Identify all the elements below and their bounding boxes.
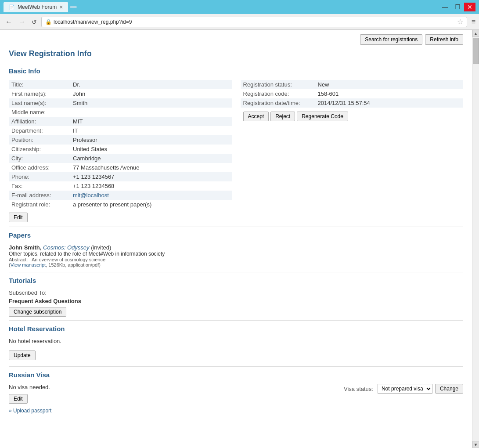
field-label: Registrant role: (9, 200, 70, 209)
scroll-up-button[interactable]: ▲ (472, 30, 479, 37)
basic-info-edit-button[interactable]: Edit (9, 213, 28, 222)
field-label: Affiliation: (9, 117, 70, 126)
table-row: City:Cambridge (9, 154, 232, 163)
upload-passport-row: » Upload passport (9, 407, 463, 414)
personal-info-table: Title:Dr. First name(s):John Last name(s… (9, 80, 232, 209)
field-label: Middle name: (9, 108, 70, 117)
change-subscription-button[interactable]: Change subscription (9, 307, 66, 317)
bookmark-icon[interactable]: ☆ (457, 18, 463, 26)
visa-section-title: Russian Visa (9, 371, 463, 379)
email-link[interactable]: mit@localhost (73, 192, 109, 199)
paper-invited-status: (invited) (91, 244, 111, 251)
registration-status-panel: Registration status:New Registration cod… (241, 80, 464, 222)
papers-section: John Smith, Cosmos: Odyssey (invited) Ot… (9, 244, 463, 267)
visa-right: Visa status: Not prepared visa Prepared … (344, 384, 463, 394)
field-value: John (70, 89, 232, 98)
field-value: +1 123 1234568 (70, 181, 232, 191)
scroll-thumb[interactable] (473, 38, 479, 64)
scroll-down-button[interactable]: ▼ (472, 441, 479, 448)
view-manuscript-link[interactable]: View manuscript (11, 262, 46, 267)
vertical-scrollbar[interactable]: ▲ ▼ (472, 30, 479, 448)
field-value: a presenter to present paper(s) (70, 200, 232, 209)
browser-menu-icon[interactable]: ≡ (472, 18, 475, 26)
field-label: Citizenship: (9, 145, 70, 154)
field-label: City: (9, 154, 70, 163)
browser-tab[interactable]: 📄 MeetWeb Forum × (4, 2, 68, 12)
regenerate-code-button[interactable]: Regenerate Code (297, 112, 348, 121)
field-value: Dr. (70, 80, 232, 89)
close-tab-button[interactable]: × (59, 4, 63, 11)
field-label: Registration code: (241, 89, 315, 98)
paper-manuscript-link-row: (View manuscript, 1526Kb, application/pd… (9, 262, 463, 267)
paper-authors: John Smith, Cosmos: Odyssey (invited) (9, 244, 463, 251)
visa-section: No visa needed. Edit Visa status: Not pr… (9, 384, 463, 414)
table-row: Fax:+1 123 1234568 (9, 181, 232, 191)
table-row: Title:Dr. (9, 80, 232, 89)
new-tab-button[interactable] (70, 6, 77, 8)
table-row: Position:Professor (9, 135, 232, 145)
tab-icon: 📄 (9, 4, 15, 10)
hotel-section: No hotel reservation. Update (9, 338, 463, 363)
page-title: View Registration Info (9, 49, 463, 58)
minimize-button[interactable]: — (439, 3, 451, 11)
paper-entry: John Smith, Cosmos: Odyssey (invited) Ot… (9, 244, 463, 267)
visa-change-button[interactable]: Change (435, 384, 463, 394)
visa-edit-button[interactable]: Edit (9, 394, 28, 404)
search-registrations-button[interactable]: Search for registations (360, 34, 422, 45)
field-value: IT (70, 126, 232, 135)
visa-status-select[interactable]: Not prepared visa Prepared visa Issued (378, 384, 432, 394)
registration-action-buttons: Accept Reject Regenerate Code (241, 110, 464, 123)
refresh-info-button[interactable]: Refresh info (425, 34, 463, 45)
back-button[interactable]: ← (4, 17, 14, 27)
field-value: Cambridge (70, 154, 232, 163)
paper-topics: Other topics, related to the role of Mee… (9, 251, 463, 257)
table-row: Office address:77 Massachusetts Avenue (9, 163, 232, 172)
subscribed-item: Frequent Asked Questions (9, 298, 463, 304)
no-hotel-text: No hotel reservation. (9, 338, 463, 344)
table-row: Phone:+1 123 1234567 (9, 172, 232, 181)
accept-button[interactable]: Accept (243, 112, 269, 121)
paper-abstract: Abstract: An overview of cosmology scien… (9, 257, 463, 262)
page-header-actions: Search for registations Refresh info (9, 34, 463, 45)
field-value: 77 Massachusetts Avenue (70, 163, 232, 172)
window-controls: — ❐ ✕ (439, 3, 475, 11)
visa-status-label: Visa status: (344, 386, 373, 392)
field-label: Title: (9, 80, 70, 89)
field-label: Last name(s): (9, 98, 70, 108)
main-content-area: Search for registations Refresh info Vie… (0, 30, 472, 448)
reload-button[interactable]: ↺ (30, 18, 39, 26)
field-value: Smith (70, 98, 232, 108)
field-label: Registration date/time: (241, 98, 315, 108)
table-row: E-mail address:mit@localhost (9, 191, 232, 200)
paper-title-link[interactable]: Cosmos: Odyssey (43, 244, 89, 251)
subscribed-to-label: Subscribed To: (9, 289, 463, 296)
field-value: New (315, 80, 464, 89)
info-grid: Title:Dr. First name(s):John Last name(s… (9, 80, 463, 222)
table-row: Middle name: (9, 108, 232, 117)
basic-info-section-title: Basic Info (9, 67, 463, 75)
field-label: E-mail address: (9, 191, 70, 200)
forward-button[interactable]: → (17, 17, 27, 27)
field-label: Position: (9, 135, 70, 145)
email-value: mit@localhost (70, 191, 232, 200)
hotel-section-title: Hotel Reservation (9, 325, 463, 332)
papers-section-title: Papers (9, 231, 463, 239)
field-value: +1 123 1234567 (70, 172, 232, 181)
no-visa-text: No visa needed. (9, 384, 50, 390)
table-row: First name(s):John (9, 89, 232, 98)
hotel-update-button[interactable]: Update (9, 350, 36, 360)
field-value (70, 108, 232, 117)
visa-main-row: No visa needed. Edit Visa status: Not pr… (9, 384, 463, 404)
reject-button[interactable]: Reject (270, 112, 295, 121)
upload-passport-link[interactable]: » Upload passport (9, 408, 51, 414)
field-value: United States (70, 145, 232, 154)
close-window-button[interactable]: ✕ (464, 3, 475, 11)
registration-status-table: Registration status:New Registration cod… (241, 80, 464, 108)
field-label: Department: (9, 126, 70, 135)
table-row: Registration code:158-601 (241, 89, 464, 98)
field-label: Registration status: (241, 80, 315, 89)
table-row: Last name(s):Smith (9, 98, 232, 108)
address-bar[interactable]: 🔒 localhost/man/view_reg.php?id=9 ☆ (41, 17, 467, 27)
field-value: MIT (70, 117, 232, 126)
restore-button[interactable]: ❐ (452, 3, 463, 11)
